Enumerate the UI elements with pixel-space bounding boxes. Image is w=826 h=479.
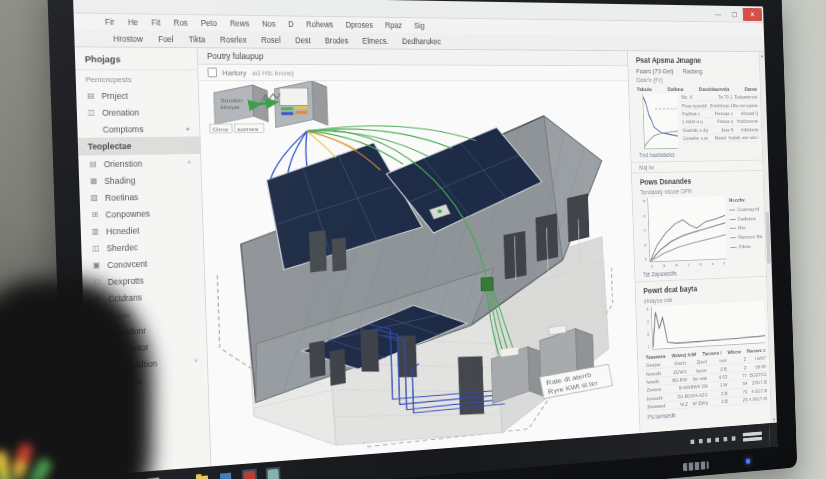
canvas-toolbar: Hartory ad Htc know): [198, 65, 628, 82]
maximize-button[interactable]: ▢: [726, 7, 743, 20]
section-title: Psat Apsma Jmagne: [636, 56, 757, 65]
cell: f wfs7: [746, 355, 766, 361]
cell: Posp typsddi g: [682, 103, 708, 108]
menu-item[interactable]: He: [128, 17, 139, 27]
section-footer-link[interactable]: Tnd bastwseks: [639, 150, 759, 158]
menu-item[interactable]: Dproses: [345, 20, 373, 30]
scroll-down-icon[interactable]: ▼: [772, 417, 776, 422]
sidebar-item[interactable]: ◫ Orenation: [77, 103, 199, 120]
cell: W ZjWg: [688, 400, 708, 407]
menu-item[interactable]: Peto: [201, 18, 218, 28]
system-tray[interactable]: [690, 425, 773, 451]
x-tick: s: [723, 260, 725, 265]
menu-item[interactable]: Brodes: [325, 35, 349, 45]
cell: Z B: [707, 366, 727, 373]
menu-item[interactable]: Dedharukec: [402, 36, 441, 46]
section-footer-link[interactable]: Tst Zapswsdfs: [643, 266, 763, 277]
cell: fdf fZf: [747, 363, 767, 369]
cell: dfcsasf fj: [733, 111, 758, 116]
table-header-cell: Taawwra: [646, 353, 666, 360]
menu-item[interactable]: Rohews: [306, 19, 333, 29]
cell: 54: [727, 381, 747, 388]
cell: fwr wsk: [687, 375, 707, 382]
legend-label: Coamsg rd: [737, 206, 759, 212]
menu-item[interactable]: Rews: [230, 18, 250, 28]
cell: 79: [728, 389, 748, 396]
active-app-red-icon[interactable]: [242, 469, 257, 479]
menu-item[interactable]: Sig: [414, 21, 425, 30]
menu-item[interactable]: Dest: [295, 35, 311, 45]
y-tick: a: [643, 213, 646, 218]
tray-icon[interactable]: [732, 436, 736, 441]
cell: Z: [727, 357, 747, 363]
taskbar-clock[interactable]: [743, 431, 762, 441]
cell: fwb usd wbc7: [734, 135, 759, 140]
menu-item[interactable]: Fit: [151, 17, 160, 27]
panel-tab[interactable]: Radang: [682, 67, 702, 75]
y-tick: d: [644, 242, 647, 247]
legend-label: Fdsse: [739, 244, 751, 250]
x-tick: w: [699, 261, 702, 266]
scroll-up-icon[interactable]: ▲: [760, 53, 764, 58]
legend-swatch: [731, 247, 737, 248]
sidebar-section-band[interactable]: Teoplectae: [78, 136, 200, 155]
menu-item[interactable]: Ros: [173, 18, 187, 28]
menu-item[interactable]: Elmecs.: [362, 36, 388, 46]
menu-item[interactable]: Rosel: [261, 35, 281, 45]
cell: Zwwcw: [647, 386, 668, 393]
table-header-cell: Dalbna: [668, 86, 684, 92]
drawing-canvas[interactable]: Rate dt aterrb Ryre KWt st ter Smokin Hr…: [199, 81, 640, 466]
monitor-brand-logo: [683, 461, 709, 471]
production-chart: wasdb: [647, 196, 726, 262]
folder-icon[interactable]: [194, 472, 209, 479]
sidebar-item[interactable]: Comptoms ▸: [77, 120, 199, 138]
x-tick: s: [651, 263, 653, 268]
photos-icon[interactable]: [218, 471, 233, 479]
x-tick: a: [711, 261, 713, 266]
tray-icon[interactable]: [715, 437, 719, 442]
device-mini-chart: [261, 91, 281, 105]
cell: ZGWG: [667, 368, 687, 375]
table-header-cell: Wbcw: [727, 348, 740, 355]
active-app-icon[interactable]: [266, 467, 281, 479]
screen: — ▢ ✕ FirHeFitRosPetoRewsNosDRohewsDpros…: [73, 0, 778, 479]
cell: Z: [727, 365, 747, 371]
menu-item[interactable]: Rpaz: [385, 21, 402, 31]
menu-item[interactable]: Hrostow: [113, 33, 143, 43]
menu-item[interactable]: Fir: [105, 17, 115, 27]
device-labels: Oms somes: [210, 124, 264, 133]
y-tick: s: [644, 227, 647, 232]
menu-item[interactable]: D: [288, 19, 294, 29]
sidebar-item[interactable]: ▤ Prnject: [76, 87, 198, 104]
legend-item: Fdsse: [730, 241, 762, 252]
cell: ZG.B: [667, 393, 687, 400]
svg-text:Hrvyst: Hrvyst: [220, 104, 239, 111]
checkbox-icon[interactable]: [207, 68, 217, 78]
app-window: — ▢ ✕ FirHeFitRosPetoRewsNosDRohewsDpros…: [73, 0, 778, 479]
tree-item-icon: ⊞: [90, 210, 100, 219]
cell: 4.WG7.W: [748, 396, 768, 403]
tray-icon[interactable]: [690, 439, 694, 444]
menu-item[interactable]: Tikta: [188, 34, 205, 44]
y-tick: 2: [647, 331, 649, 336]
edge-icon[interactable]: e: [170, 474, 186, 479]
cell: GW4.AZG: [688, 392, 708, 399]
menu-item[interactable]: Nos: [262, 19, 276, 29]
tray-icon[interactable]: [699, 438, 703, 443]
summary-table: Gwcjwr fcwcfc Zjswf cwk Z f wfs7 fwwcdb: [646, 354, 768, 411]
scroll-thumb[interactable]: [765, 212, 770, 264]
close-button[interactable]: ✕: [743, 7, 762, 20]
cell: Fqdfsat c: [682, 111, 708, 116]
cell: Ta 79 1: [707, 94, 732, 99]
canvas-tab[interactable]: Poutry fulaupup: [198, 48, 628, 66]
panel-tab[interactable]: Faars (73 Get): [636, 67, 674, 75]
menu-item[interactable]: Foel: [158, 34, 174, 44]
menu-item[interactable]: Rosrlex: [220, 34, 247, 44]
show-desktop-button[interactable]: [769, 425, 773, 444]
tree-item-icon: ▧: [89, 193, 99, 202]
minimize-button[interactable]: —: [710, 7, 727, 20]
tray-icon[interactable]: [707, 438, 711, 443]
tray-icon[interactable]: [723, 436, 727, 441]
svg-text:Smokin: Smokin: [220, 98, 243, 104]
legend-label: Fwdsana: [738, 215, 756, 221]
